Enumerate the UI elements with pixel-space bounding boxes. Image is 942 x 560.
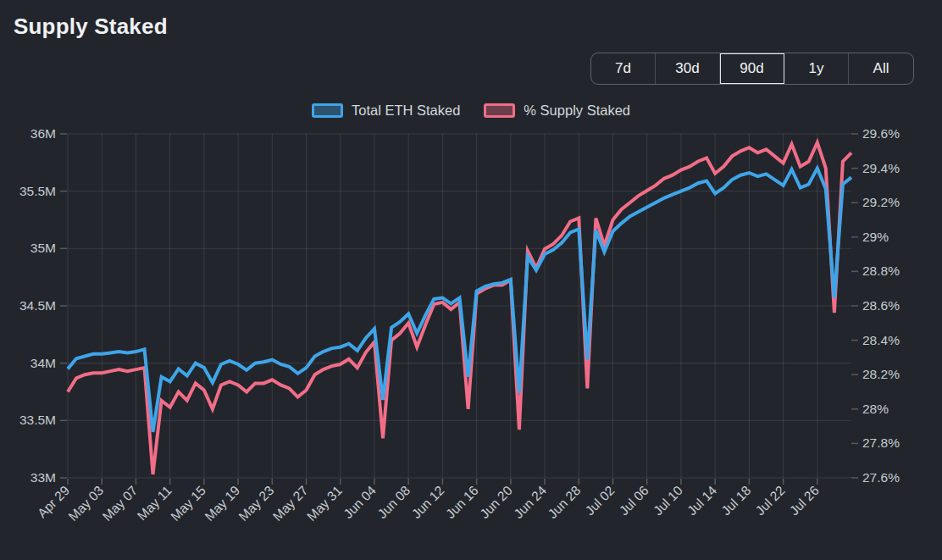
- svg-text:Jul 22: Jul 22: [752, 483, 787, 518]
- svg-text:May 03: May 03: [65, 483, 106, 524]
- svg-text:May 19: May 19: [202, 483, 242, 524]
- svg-text:May 31: May 31: [304, 483, 345, 524]
- svg-text:36M: 36M: [30, 126, 56, 141]
- svg-text:27.8%: 27.8%: [862, 435, 900, 450]
- svg-text:May 23: May 23: [236, 483, 276, 524]
- svg-text:May 15: May 15: [168, 483, 208, 524]
- svg-text:28%: 28%: [862, 402, 889, 416]
- y-axis-left-labels: 36M35.5M35M34.5M34M33.5M33M: [19, 126, 56, 485]
- svg-text:29.6%: 29.6%: [862, 126, 900, 141]
- svg-text:33.5M: 33.5M: [19, 413, 56, 427]
- svg-text:Jun 24: Jun 24: [511, 483, 549, 521]
- svg-text:Jun 12: Jun 12: [409, 483, 447, 521]
- y-axis-right-labels: 29.6%29.4%29.2%29%28.8%28.6%28.4%28.2%28…: [862, 126, 900, 485]
- svg-text:Jun 04: Jun 04: [341, 483, 379, 521]
- svg-text:29%: 29%: [862, 230, 889, 244]
- svg-text:35M: 35M: [30, 241, 56, 255]
- svg-text:28.4%: 28.4%: [862, 333, 900, 347]
- svg-text:29.2%: 29.2%: [862, 195, 900, 209]
- svg-text:Jul 10: Jul 10: [651, 483, 686, 518]
- svg-text:May 07: May 07: [100, 483, 141, 524]
- svg-text:27.6%: 27.6%: [862, 470, 900, 485]
- svg-text:Jul 14: Jul 14: [684, 483, 720, 518]
- svg-text:Jun 28: Jun 28: [545, 483, 583, 521]
- svg-text:Jul 06: Jul 06: [617, 483, 651, 518]
- series-line-total-eth-staked: [68, 169, 851, 432]
- svg-text:May 27: May 27: [270, 483, 311, 524]
- svg-text:28.8%: 28.8%: [862, 263, 900, 278]
- svg-text:Jul 18: Jul 18: [718, 483, 753, 518]
- svg-text:28.6%: 28.6%: [862, 298, 900, 313]
- svg-text:Jun 16: Jun 16: [443, 483, 481, 521]
- svg-text:34.5M: 34.5M: [19, 298, 56, 313]
- svg-text:28.2%: 28.2%: [862, 367, 900, 381]
- svg-text:Jun 08: Jun 08: [374, 483, 413, 521]
- svg-text:34M: 34M: [30, 356, 56, 370]
- svg-text:Jul 02: Jul 02: [582, 483, 617, 518]
- svg-text:Jun 20: Jun 20: [477, 483, 515, 521]
- svg-text:29.4%: 29.4%: [862, 161, 900, 175]
- svg-text:35.5M: 35.5M: [19, 184, 56, 198]
- x-axis-labels: Apr 29May 03May 07May 11May 15May 19May …: [35, 483, 822, 524]
- supply-staked-chart[interactable]: 36M35.5M35M34.5M34M33.5M33M29.6%29.4%29.…: [0, 0, 942, 560]
- svg-text:33M: 33M: [30, 470, 56, 485]
- svg-text:Jul 26: Jul 26: [787, 483, 822, 518]
- svg-text:May 11: May 11: [135, 483, 175, 523]
